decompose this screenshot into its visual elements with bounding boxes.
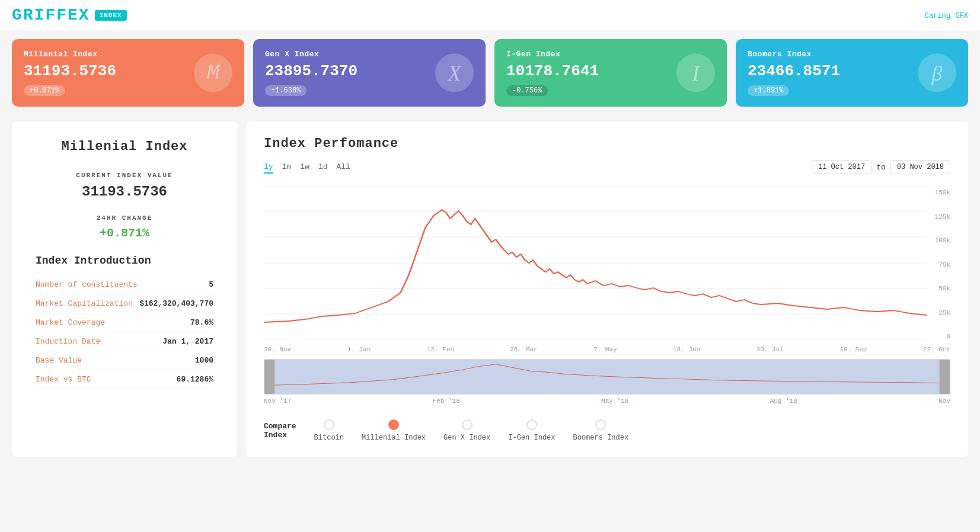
user-sub: GFX: [955, 12, 968, 20]
compare-option-boomers-index[interactable]: Boomers Index: [573, 419, 629, 442]
time-tab-1y[interactable]: 1y: [264, 161, 273, 174]
x-label: 20. Nov: [264, 346, 291, 353]
user-label: Caring: [925, 12, 950, 20]
mini-label: Aug '18: [770, 398, 797, 405]
mini-label: May '18: [601, 398, 628, 405]
intro-row: Number of constituents5: [36, 275, 213, 294]
date-to[interactable]: 03 Nov 2018: [890, 160, 950, 174]
compare-option-gen-x-index[interactable]: Gen X Index: [443, 419, 490, 442]
intro-section: Index Introduction Number of constituent…: [36, 255, 213, 389]
millenial-change: +0.871%: [24, 85, 65, 96]
compare-radio[interactable]: [595, 419, 606, 430]
igen-change: -0.756%: [506, 85, 548, 96]
y-label: 50k: [927, 285, 950, 292]
compare-option-i-gen-index[interactable]: I-Gen Index: [508, 419, 555, 442]
time-tab-1d[interactable]: 1d: [318, 161, 328, 174]
y-label: 25k: [927, 309, 950, 316]
y-label: 125k: [927, 213, 950, 220]
boomers-icon: β: [918, 54, 956, 92]
boomers-card[interactable]: Boomers Index 23466.8571 +1.891% β: [736, 39, 968, 107]
compare-radio[interactable]: [462, 419, 473, 430]
x-label: 7. May: [593, 346, 617, 353]
left-panel: Millenial Index CURRENT INDEX VALUE 3119…: [12, 121, 237, 457]
mini-chart-svg: [264, 360, 950, 394]
compare-option-label: Millenial Index: [362, 434, 426, 442]
index-cards: Millenial Index 31193.5736 +0.871% M Gen…: [0, 30, 980, 116]
compare-option-label: Boomers Index: [573, 434, 629, 442]
boomers-change: +1.891%: [748, 85, 789, 96]
compare-option-label: I-Gen Index: [508, 434, 555, 442]
intro-rows: Number of constituents5Market Capitaliza…: [36, 275, 213, 389]
compare-radio[interactable]: [388, 419, 399, 430]
igen-icon: I: [676, 54, 715, 92]
intro-row: Market Coverage78.6%: [36, 313, 213, 332]
x-label: 18. Jun: [673, 346, 700, 353]
svg-rect-9: [264, 360, 274, 394]
x-label: 30. Jul: [756, 346, 784, 353]
y-label: 100k: [927, 237, 950, 244]
chart-x-labels: 20. Nov1. Jan12. Feb26. Mar7. May18. Jun…: [264, 343, 950, 356]
compare-option-millenial-index[interactable]: Millenial Index: [362, 419, 426, 442]
mini-chart[interactable]: [264, 359, 950, 395]
x-label: 12. Feb: [427, 346, 454, 353]
svg-rect-8: [264, 360, 950, 394]
genx-card[interactable]: Gen X Index 23895.7370 +1.638% Х: [253, 39, 486, 107]
x-label: 10. Sep: [839, 346, 867, 353]
svg-rect-10: [940, 360, 950, 394]
compare-section: CompareIndex BitcoinMillenial IndexGen X…: [264, 414, 950, 442]
intro-row: Index vs BTC69.1286%: [36, 370, 213, 389]
date-range: 11 Oct 2017 to 03 Nov 2018: [812, 160, 950, 174]
date-from[interactable]: 11 Oct 2017: [812, 160, 872, 174]
chart-y-labels: 150k125k100k75k50k25k0: [927, 186, 950, 343]
time-tabs: 1y1m1w1dAll: [264, 161, 812, 174]
x-label: 26. Mar: [510, 346, 537, 353]
current-value: 31193.5736: [36, 184, 213, 200]
mini-label: Nov: [938, 398, 950, 405]
change-value: +0.871%: [36, 226, 213, 240]
y-label: 150k: [927, 189, 950, 196]
mini-labels: Nov '17Feb '18May '18Aug '18Nov: [264, 398, 950, 405]
date-to-label: to: [876, 163, 886, 172]
time-tab-1m[interactable]: 1m: [282, 161, 292, 174]
logo-text: GRIFFEX: [12, 6, 90, 24]
intro-row: Market Capitalization$162,320,403,770: [36, 294, 213, 313]
panel-title: Millenial Index: [36, 139, 213, 154]
compare-option-label: Bitcoin: [314, 434, 344, 442]
mini-label: Nov '17: [264, 398, 291, 405]
current-label: CURRENT INDEX VALUE: [36, 172, 213, 179]
intro-row: Induction DateJan 1, 2017: [36, 332, 213, 351]
header-user: Caring GFX: [925, 11, 968, 20]
logo: GRIFFEX INDEX: [12, 6, 127, 24]
x-label: 1. Jan: [347, 346, 371, 353]
compare-radio[interactable]: [526, 419, 537, 430]
y-label: 0: [927, 333, 950, 340]
compare-label: CompareIndex: [264, 422, 296, 440]
millenial-icon: M: [194, 54, 232, 92]
change-label: 24HR CHANGE: [36, 214, 213, 222]
logo-badge: INDEX: [95, 10, 127, 21]
genx-icon: Х: [435, 54, 474, 92]
main-content: Millenial Index CURRENT INDEX VALUE 3119…: [0, 116, 980, 469]
x-label: 22. Oct: [923, 346, 950, 353]
igen-card[interactable]: I-Gen Index 10178.7641 -0.756% I: [494, 39, 727, 107]
y-label: 75k: [927, 261, 950, 268]
compare-radio[interactable]: [324, 419, 334, 430]
chart-title: Index Perfomance: [264, 136, 950, 151]
chart-svg: [264, 186, 927, 340]
current-index-section: CURRENT INDEX VALUE 31193.5736: [36, 172, 213, 200]
millenial-card[interactable]: Millenial Index 31193.5736 +0.871% M: [12, 39, 244, 107]
compare-option-bitcoin[interactable]: Bitcoin: [314, 419, 344, 442]
chart-area: [264, 186, 927, 340]
mini-label: Feb '18: [433, 398, 460, 405]
header: GRIFFEX INDEX Caring GFX: [0, 0, 980, 30]
right-panel: Index Perfomance 1y1m1w1dAll 11 Oct 2017…: [246, 121, 968, 457]
compare-options: BitcoinMillenial IndexGen X IndexI-Gen I…: [314, 419, 629, 442]
intro-title: Index Introduction: [36, 255, 213, 267]
time-tab-1w[interactable]: 1w: [300, 161, 309, 174]
change-section: 24HR CHANGE +0.871%: [36, 214, 213, 240]
time-tab-All[interactable]: All: [336, 161, 350, 174]
compare-option-label: Gen X Index: [443, 434, 490, 442]
genx-change: +1.638%: [265, 85, 307, 96]
intro-row: Base Value1000: [36, 351, 213, 370]
chart-controls: 1y1m1w1dAll 11 Oct 2017 to 03 Nov 2018: [264, 160, 950, 174]
